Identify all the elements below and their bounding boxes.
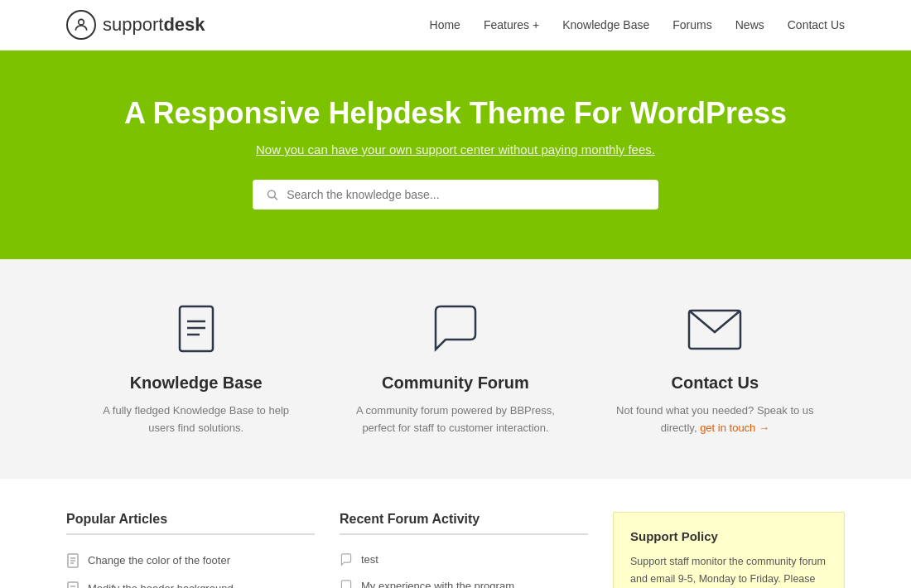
article-link[interactable]: Change the color of the footer <box>88 554 230 566</box>
search-icon <box>266 188 278 201</box>
logo-text: supportdesk <box>103 14 205 36</box>
feature-knowledge-base: Knowledge Base A fully fledged Knowledge… <box>66 301 325 437</box>
nav-features[interactable]: Features + <box>484 18 539 31</box>
popular-articles-list: Change the color of the footer Modify th… <box>66 547 315 588</box>
support-policy-box: Support Policy Support staff monitor the… <box>613 512 845 588</box>
community-forum-icon <box>350 301 560 359</box>
forum-activity-block: Recent Forum Activity test My experience… <box>340 512 588 588</box>
nav-home[interactable]: Home <box>430 18 460 31</box>
logo-icon <box>66 10 96 40</box>
forum-icon <box>340 553 353 566</box>
forum-link[interactable]: My experience with the program <box>361 580 514 588</box>
hero-subtitle: Now you can have your own support center… <box>66 142 845 157</box>
article-link[interactable]: Modify the header background <box>88 582 234 588</box>
two-col-layout: Popular Articles Change the color of the… <box>66 512 588 588</box>
feature-forum-title: Community Forum <box>350 374 560 393</box>
forum-activity-title: Recent Forum Activity <box>340 512 588 535</box>
feature-contact-us: Contact Us Not found what you needed? Sp… <box>586 301 845 437</box>
list-item: test <box>340 547 588 573</box>
knowledge-base-icon <box>91 301 301 359</box>
list-item: Change the color of the footer <box>66 547 315 575</box>
svg-point-1 <box>268 190 276 198</box>
search-input[interactable] <box>287 188 645 201</box>
popular-articles-title: Popular Articles <box>66 512 315 535</box>
hero-title: A Responsive Helpdesk Theme For WordPres… <box>66 96 845 131</box>
feature-contact-title: Contact Us <box>610 374 820 393</box>
nav-knowledge-base[interactable]: Knowledge Base <box>562 18 649 31</box>
forum-activity-list: test My experience with the program New … <box>340 547 588 588</box>
support-policy-title: Support Policy <box>630 529 827 543</box>
nav-contact-us[interactable]: Contact Us <box>788 18 845 31</box>
feature-kb-title: Knowledge Base <box>91 374 301 393</box>
nav-news[interactable]: News <box>735 18 764 31</box>
popular-articles-block: Popular Articles Change the color of the… <box>66 512 315 588</box>
list-item: Modify the header background <box>66 575 315 588</box>
svg-rect-12 <box>68 582 78 588</box>
list-item: My experience with the program <box>340 573 588 588</box>
left-column: Popular Articles Change the color of the… <box>66 512 588 588</box>
hero-section: A Responsive Helpdesk Theme For WordPres… <box>0 51 911 259</box>
forum-link[interactable]: test <box>361 553 378 566</box>
features-section: Knowledge Base A fully fledged Knowledge… <box>0 259 911 479</box>
feature-kb-desc: A fully fledged Knowledge Base to help u… <box>91 402 301 437</box>
main-nav: Home Features + Knowledge Base Forums Ne… <box>430 18 845 31</box>
site-logo[interactable]: supportdesk <box>66 10 205 40</box>
right-column: Support Policy Support staff monitor the… <box>613 512 845 588</box>
get-in-touch-link[interactable]: get in touch → <box>700 422 769 434</box>
feature-contact-desc: Not found what you needed? Speak to us d… <box>610 402 820 437</box>
search-bar <box>253 180 658 210</box>
support-policy-body: Support staff monitor the community foru… <box>630 553 827 588</box>
article-icon <box>66 581 80 588</box>
feature-forum-desc: A community forum powered by BBPress, pe… <box>350 402 560 437</box>
feature-community-forum: Community Forum A community forum powere… <box>325 301 585 437</box>
article-icon <box>66 553 80 568</box>
content-section: Popular Articles Change the color of the… <box>0 479 911 588</box>
forum-icon <box>340 580 353 588</box>
contact-us-icon <box>610 301 820 359</box>
svg-point-0 <box>79 19 84 25</box>
nav-forums[interactable]: Forums <box>672 18 711 31</box>
svg-line-2 <box>274 197 277 200</box>
